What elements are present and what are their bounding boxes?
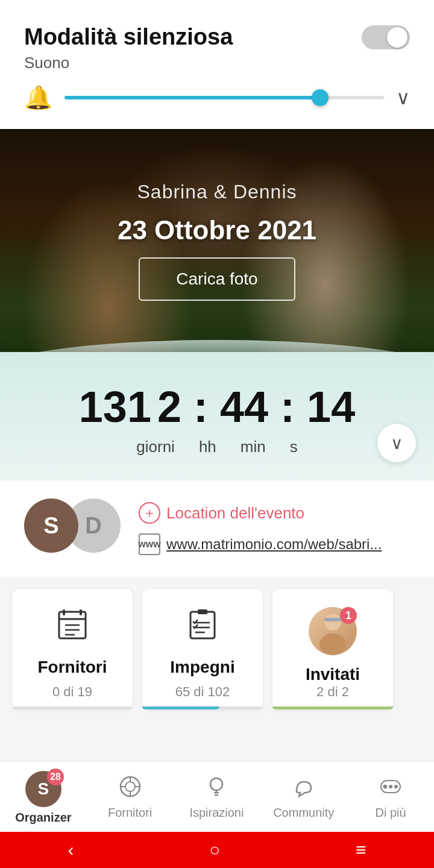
volume-fill (64, 96, 320, 99)
impegni-icon (184, 607, 221, 648)
nav-item-ispirazioni[interactable]: Ispirazioni (186, 776, 247, 820)
scroll-down-button[interactable]: ∨ (377, 424, 416, 462)
avatar-s-letter: S (43, 513, 58, 539)
svg-point-21 (210, 778, 222, 790)
countdown-hours: 2 (157, 383, 181, 431)
menu-button[interactable]: ≡ (356, 840, 366, 860)
avatar-s: S (24, 498, 78, 553)
invitati-progress-bg (272, 706, 393, 709)
fornitori-label: Fornitori (37, 658, 107, 677)
svg-rect-14 (324, 618, 341, 621)
nav-ispirazioni-icon (206, 776, 227, 802)
organizer-badge: 28 (47, 769, 64, 785)
volume-thumb (312, 89, 329, 106)
fornitori-sublabel: 0 di 19 (52, 684, 92, 700)
www-icon: www (139, 533, 160, 555)
profile-info: ＋ Location dell'evento www www.matrimoni… (139, 502, 410, 555)
minutes-label: min (241, 438, 266, 456)
invitati-sublabel: 2 di 2 (316, 684, 349, 700)
sound-label: Suono (24, 54, 410, 72)
bottom-nav: S 28 Organizer Fornitori (0, 761, 434, 832)
profile-section: S D ＋ Location dell'evento www www.matri… (0, 480, 434, 577)
couple-name: Sabrina & Dennis (137, 181, 297, 203)
couple-avatars: S D (24, 498, 121, 559)
countdown-time: 2 : 44 : 14 (157, 382, 355, 432)
organizer-letter: S (38, 779, 49, 799)
organizer-avatar-icon: S 28 (25, 771, 61, 807)
svg-rect-7 (190, 612, 215, 638)
svg-rect-1 (63, 609, 65, 615)
android-nav-bar: ‹ ○ ≡ (0, 832, 434, 868)
nav-item-community[interactable]: Community (273, 776, 334, 820)
nav-item-di-piu[interactable]: Di più (360, 776, 421, 820)
svg-point-27 (394, 785, 398, 788)
seconds-label: s (290, 438, 298, 456)
hero-overlay: Sabrina & Dennis 23 Ottobre 2021 Carica … (0, 129, 434, 352)
avatar-d-letter: D (85, 513, 101, 539)
nav-item-organizer[interactable]: S 28 Organizer (13, 771, 74, 825)
impegni-label: Impegni (170, 658, 234, 677)
countdown-separator1: : (193, 383, 220, 431)
website-url: www.matrimonio.com/web/sabri... (166, 536, 382, 553)
nav-label-ispirazioni: Ispirazioni (189, 806, 244, 820)
upload-photo-button[interactable]: Carica foto (139, 257, 295, 301)
svg-point-12 (324, 614, 341, 631)
nav-community-icon (293, 776, 315, 802)
invitati-badge: 1 (340, 607, 357, 624)
back-button[interactable]: ‹ (68, 840, 74, 860)
invitati-progress-fill (272, 706, 393, 709)
countdown-separator2: : (280, 383, 307, 431)
volume-row: 🔔 ∨ (24, 84, 410, 111)
countdown-section: 131 2 : 44 : 14 giorni hh min s ∨ (0, 352, 434, 480)
nav-fornitori-icon (119, 776, 141, 802)
location-link[interactable]: ＋ Location dell'evento (139, 502, 410, 524)
countdown-labels: giorni hh min s (24, 438, 410, 456)
svg-rect-2 (80, 609, 82, 615)
countdown-minutes: 44 (220, 383, 268, 431)
card-fornitori[interactable]: Fornitori 0 di 19 (12, 589, 133, 709)
invitati-avatar-container: 1 (309, 607, 357, 655)
fornitori-icon (54, 607, 90, 648)
impegni-sublabel: 65 di 102 (175, 684, 230, 700)
volume-slider[interactable] (64, 96, 384, 99)
svg-point-26 (389, 785, 392, 788)
hours-label: hh (199, 438, 216, 456)
countdown-numbers: 131 2 : 44 : 14 (24, 382, 410, 432)
location-label: Location dell'evento (166, 504, 304, 523)
location-add-icon: ＋ (139, 502, 160, 524)
home-button[interactable]: ○ (209, 840, 220, 860)
svg-point-16 (125, 782, 135, 791)
card-impegni[interactable]: Impegni 65 di 102 (142, 589, 263, 709)
svg-rect-8 (198, 609, 207, 614)
website-link[interactable]: www www.matrimonio.com/web/sabri... (139, 533, 410, 555)
countdown-days: 131 (79, 382, 151, 432)
svg-point-13 (319, 634, 346, 655)
nav-label-di-piu: Di più (376, 806, 406, 820)
silent-mode-toggle[interactable] (362, 25, 410, 49)
bell-icon: 🔔 (24, 84, 52, 111)
invitati-label: Invitati (306, 665, 360, 684)
silent-mode-panel: Modalità silenziosa Suono 🔔 ∨ (0, 0, 434, 129)
nav-label-fornitori: Fornitori (108, 806, 152, 820)
nav-label-community: Community (273, 806, 334, 820)
countdown-seconds: 14 (307, 383, 355, 431)
nav-di-piu-icon (380, 776, 401, 802)
wedding-date: 23 Ottobre 2021 (118, 215, 316, 245)
silent-mode-title: Modalità silenziosa (24, 24, 410, 50)
hero-section: Sabrina & Dennis 23 Ottobre 2021 Carica … (0, 129, 434, 352)
impegni-progress-fill (142, 706, 219, 709)
impegni-progress-bg (142, 706, 263, 709)
nav-item-fornitori[interactable]: Fornitori (100, 776, 160, 820)
nav-label-organizer: Organizer (15, 811, 71, 825)
cards-section: Fornitori 0 di 19 Impegni 65 di 102 (0, 577, 434, 722)
days-label: giorni (136, 438, 175, 456)
chevron-down-icon[interactable]: ∨ (396, 86, 410, 109)
card-invitati[interactable]: 1 Invitati 2 di 2 (272, 589, 393, 709)
fornitori-progress-bg (12, 706, 133, 709)
